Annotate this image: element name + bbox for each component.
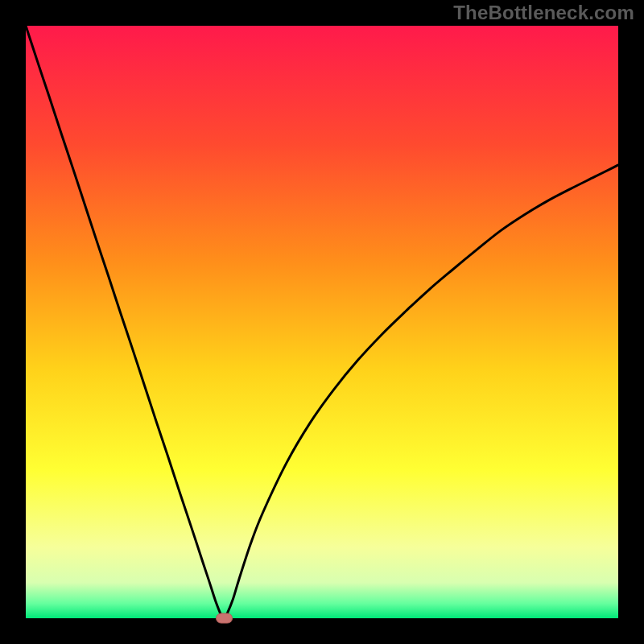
plot-background: [26, 26, 618, 618]
watermark-text: TheBottleneck.com: [453, 2, 634, 24]
chart-frame: TheBottleneck.com: [0, 0, 644, 644]
minimum-marker: [217, 613, 233, 623]
bottleneck-chart: [0, 0, 644, 644]
